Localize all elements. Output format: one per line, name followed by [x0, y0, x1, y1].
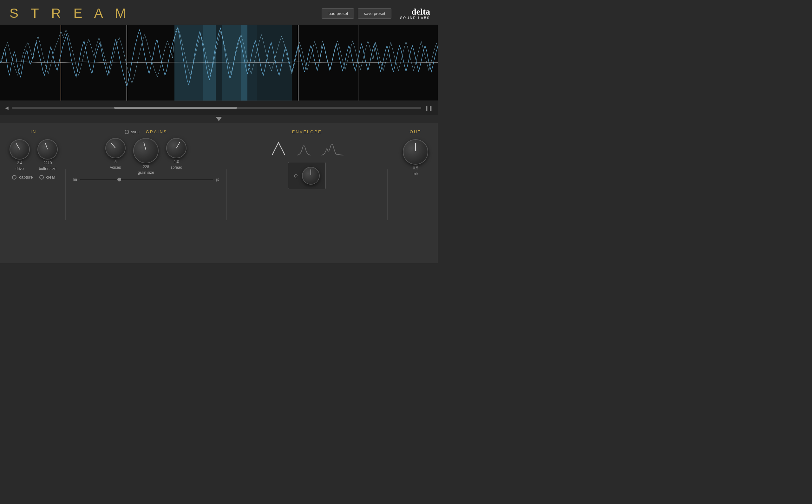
mix-label: mix — [413, 172, 419, 176]
scroll-left-arrow[interactable]: ◀ — [5, 105, 9, 110]
divider-2 — [226, 169, 227, 220]
voices-value: 5 — [115, 160, 117, 164]
svg-rect-4 — [241, 25, 257, 101]
in-title: IN — [31, 129, 37, 134]
jit-lin-label: lin — [73, 177, 77, 182]
jit-right-label: jit — [216, 177, 219, 182]
sync-radio-circle — [125, 130, 129, 134]
env-q-row: Q — [288, 162, 326, 189]
grain-size-knob[interactable] — [133, 138, 159, 163]
scrollbar-track[interactable] — [12, 107, 421, 109]
drive-knob-group: 2.4 drive — [10, 139, 30, 171]
capture-label: capture — [19, 175, 33, 180]
envelope-section: ENVELOPE Q — [234, 129, 380, 189]
brand-logo: delta SOUND LABS — [400, 7, 430, 20]
drive-knob[interactable] — [10, 139, 30, 160]
jit-slider-row: lin jit — [73, 177, 219, 182]
pause-button[interactable]: ❚❚ — [424, 105, 433, 111]
voices-knob[interactable] — [105, 138, 126, 158]
out-title: OUT — [410, 129, 421, 134]
envelope-title: ENVELOPE — [292, 129, 322, 134]
scrollbar-area: ◀ ❚❚ — [0, 101, 438, 115]
envelope-triangle-shape[interactable] — [269, 139, 288, 158]
mix-knob[interactable] — [403, 139, 428, 165]
buffer-size-label: buffer size — [39, 167, 56, 171]
envelope-shapes — [269, 139, 345, 158]
clear-radio-circle — [39, 175, 44, 180]
header-right: load preset save preset delta SOUND LABS — [322, 7, 430, 20]
save-preset-button[interactable]: save preset — [358, 8, 391, 19]
in-knobs-row: 2.4 drive 2210 buffer size — [10, 139, 58, 171]
playhead-triangle[interactable] — [216, 117, 222, 121]
grains-section: sync GRAINS 5 voices 228 grain size — [73, 129, 219, 182]
load-preset-button[interactable]: load preset — [322, 8, 354, 19]
buffer-size-knob-group: 2210 buffer size — [37, 139, 58, 171]
spread-value: 1.0 — [174, 160, 179, 164]
grain-size-knob-group: 228 grain size — [133, 138, 159, 175]
out-section: OUT 0.5 mix — [403, 129, 428, 176]
jit-track[interactable] — [80, 179, 213, 180]
clear-radio[interactable]: clear — [39, 175, 55, 180]
buffer-size-value: 2210 — [43, 161, 52, 165]
q-knob[interactable] — [302, 167, 320, 185]
in-section: IN 2.4 drive 2210 buffer size capture — [10, 129, 58, 180]
grain-size-value: 228 — [143, 165, 149, 169]
grains-title: GRAINS — [146, 129, 167, 134]
spread-knob-group: 1.0 spread — [166, 138, 187, 170]
clear-label: clear — [46, 175, 55, 180]
scrollbar-thumb[interactable] — [114, 107, 237, 109]
controls-section: IN 2.4 drive 2210 buffer size capture — [0, 123, 438, 263]
mix-knob-group: 0.5 mix — [403, 139, 428, 176]
drive-value: 2.4 — [17, 161, 23, 165]
capture-radio-circle — [12, 175, 16, 180]
playhead-triangle-area — [0, 115, 438, 123]
grain-size-label: grain size — [138, 170, 154, 175]
capture-radio[interactable]: capture — [12, 175, 33, 180]
mix-value: 0.5 — [413, 166, 418, 170]
spread-label: spread — [171, 165, 182, 170]
logo-name: delta — [400, 7, 430, 16]
logo-sub: SOUND LABS — [400, 16, 430, 20]
jit-thumb[interactable] — [117, 178, 121, 181]
grains-knobs-row: 5 voices 228 grain size 1.0 spread — [105, 138, 187, 175]
q-box: Q — [288, 162, 326, 189]
grains-header: sync GRAINS — [73, 129, 219, 134]
waveform-display[interactable] — [0, 25, 438, 101]
drive-label: drive — [16, 167, 24, 171]
divider-1 — [65, 169, 66, 220]
in-radio-row: capture clear — [12, 175, 55, 180]
buffer-size-knob[interactable] — [37, 139, 58, 160]
header: S T R E A M load preset save preset delt… — [0, 0, 438, 25]
waveform-svg — [0, 25, 438, 101]
sync-label: sync — [131, 129, 140, 134]
envelope-bell-shape[interactable] — [294, 139, 313, 158]
app-title: S T R E A M — [10, 6, 130, 21]
sync-control[interactable]: sync — [125, 129, 140, 134]
spread-knob[interactable] — [166, 138, 187, 158]
divider-3 — [387, 169, 388, 220]
voices-label: voices — [110, 165, 121, 170]
q-label: Q — [294, 173, 298, 178]
envelope-double-peak-shape[interactable] — [320, 139, 345, 158]
voices-knob-group: 5 voices — [105, 138, 126, 170]
